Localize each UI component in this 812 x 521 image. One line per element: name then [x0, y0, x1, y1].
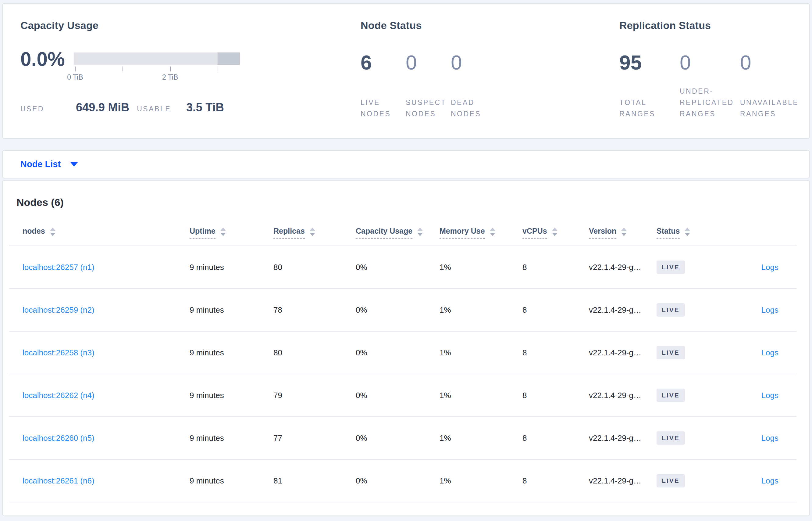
uptime-cell: 9 minutes: [190, 348, 273, 358]
table-row: localhost:26261 (n6) 9 minutes 81 0% 1% …: [9, 460, 797, 502]
uptime-cell: 9 minutes: [190, 433, 273, 443]
axis-tick-label: 2 TiB: [162, 73, 178, 82]
sort-icon: [552, 228, 557, 236]
usable-value: 3.5 TiB: [186, 101, 224, 114]
capacity-cell: 0%: [356, 305, 439, 315]
logs-link[interactable]: Logs: [761, 305, 797, 315]
column-header-nodes[interactable]: nodes: [23, 226, 55, 239]
node-link[interactable]: localhost:26259 (n2): [23, 305, 190, 315]
capacity-cell: 0%: [356, 391, 439, 400]
nodes-table-title: Nodes (6): [17, 196, 809, 209]
capacity-usage-title: Capacity Usage: [20, 19, 361, 32]
table-row: localhost:26259 (n2) 9 minutes 78 0% 1% …: [9, 289, 797, 332]
unavailable-ranges-metric: 0 UNAVAILABLE RANGES: [740, 52, 801, 119]
column-header-vcpus[interactable]: vCPUs: [522, 226, 557, 239]
node-link[interactable]: localhost:26262 (n4): [23, 391, 190, 400]
column-header-capacity-usage[interactable]: Capacity Usage: [356, 226, 423, 239]
status-cell: LIVE: [656, 260, 730, 274]
axis-tick: [218, 67, 218, 71]
table-row: localhost:26257 (n1) 9 minutes 80 0% 1% …: [9, 246, 797, 289]
sort-icon: [310, 228, 315, 236]
live-nodes-label: LIVE NODES: [361, 97, 400, 119]
memory-cell: 1%: [439, 305, 522, 315]
version-cell: v22.1.4-29-g…: [589, 263, 656, 272]
nodes-table-card: Nodes (6) nodes Uptime Replicas Capacity…: [2, 180, 810, 516]
version-cell: v22.1.4-29-g…: [589, 348, 656, 358]
unavailable-ranges-value: 0: [740, 52, 801, 73]
replication-status-title: Replication Status: [619, 19, 801, 32]
sort-icon: [621, 228, 627, 236]
axis-tick: [122, 67, 123, 71]
total-ranges-value: 95: [619, 52, 680, 73]
node-status-section: Node Status 6 LIVE NODES 0 SUSPECT NODES…: [361, 19, 619, 138]
node-link[interactable]: localhost:26261 (n6): [23, 476, 190, 485]
column-header-uptime[interactable]: Uptime: [190, 226, 226, 239]
dead-nodes-metric: 0 DEAD NODES: [451, 52, 496, 119]
vcpus-cell: 8: [522, 433, 589, 443]
replicas-cell: 78: [273, 305, 356, 315]
replicas-cell: 77: [273, 433, 356, 443]
status-cell: LIVE: [656, 303, 730, 317]
table-row: localhost:26260 (n5) 9 minutes 77 0% 1% …: [9, 417, 797, 460]
status-cell: LIVE: [656, 474, 730, 488]
memory-cell: 1%: [439, 433, 522, 443]
live-nodes-value: 6: [361, 52, 406, 73]
logs-link[interactable]: Logs: [761, 263, 797, 272]
node-list-dropdown-label: Node List: [20, 159, 61, 169]
view-selector-bar: Node List: [2, 150, 810, 178]
logs-link[interactable]: Logs: [761, 433, 797, 443]
memory-cell: 1%: [439, 476, 522, 485]
vcpus-cell: 8: [522, 263, 589, 272]
logs-link[interactable]: Logs: [761, 348, 797, 358]
axis-tick-label: 0 TiB: [67, 73, 83, 82]
uptime-cell: 9 minutes: [190, 263, 273, 272]
vcpus-cell: 8: [522, 348, 589, 358]
status-cell: LIVE: [656, 346, 730, 359]
memory-cell: 1%: [439, 391, 522, 400]
node-link[interactable]: localhost:26260 (n5): [23, 433, 190, 443]
sort-icon: [685, 228, 690, 236]
capacity-bar-chart: 0 TiB 2 TiB: [74, 52, 240, 82]
vcpus-cell: 8: [522, 391, 589, 400]
status-badge: LIVE: [656, 260, 685, 274]
version-cell: v22.1.4-29-g…: [589, 476, 656, 485]
sort-icon: [490, 228, 495, 236]
sort-icon: [220, 228, 226, 236]
total-ranges-label: TOTAL RANGES: [619, 97, 674, 119]
suspect-nodes-value: 0: [406, 52, 451, 73]
version-cell: v22.1.4-29-g…: [589, 391, 656, 400]
table-row: localhost:26262 (n4) 9 minutes 79 0% 1% …: [9, 374, 797, 417]
column-header-version[interactable]: Version: [589, 226, 627, 239]
replicas-cell: 80: [273, 263, 356, 272]
logs-link[interactable]: Logs: [761, 476, 797, 485]
column-header-memory-use[interactable]: Memory Use: [439, 226, 495, 239]
uptime-cell: 9 minutes: [190, 305, 273, 315]
replication-status-section: Replication Status 95 TOTAL RANGES 0 UND…: [619, 19, 801, 138]
logs-link[interactable]: Logs: [761, 391, 797, 400]
capacity-usage-section: Capacity Usage 0.0% 0 TiB 2 TiB: [20, 19, 361, 138]
capacity-bar-segment: [218, 52, 240, 65]
suspect-nodes-metric: 0 SUSPECT NODES: [406, 52, 451, 119]
node-status-title: Node Status: [361, 19, 619, 32]
status-cell: LIVE: [656, 389, 730, 402]
column-header-status[interactable]: Status: [656, 226, 690, 239]
node-link[interactable]: localhost:26258 (n3): [23, 348, 190, 358]
replicas-cell: 81: [273, 476, 356, 485]
suspect-nodes-label: SUSPECT NODES: [406, 97, 445, 119]
version-cell: v22.1.4-29-g…: [589, 433, 656, 443]
under-replicated-ranges-label: UNDER-REPLICATED RANGES: [680, 86, 734, 119]
usable-label: USABLE: [137, 105, 171, 113]
dead-nodes-label: DEAD NODES: [451, 97, 490, 119]
under-replicated-ranges-metric: 0 UNDER-REPLICATED RANGES: [680, 52, 740, 119]
vcpus-cell: 8: [522, 476, 589, 485]
version-cell: v22.1.4-29-g…: [589, 305, 656, 315]
memory-cell: 1%: [439, 263, 522, 272]
dead-nodes-value: 0: [451, 52, 496, 73]
node-list-dropdown[interactable]: Node List: [20, 159, 78, 169]
table-header-row: nodes Uptime Replicas Capacity Usage Mem…: [9, 209, 797, 246]
used-label: USED: [20, 105, 44, 113]
column-header-replicas[interactable]: Replicas: [273, 226, 315, 239]
node-link[interactable]: localhost:26257 (n1): [23, 263, 190, 272]
total-ranges-metric: 95 TOTAL RANGES: [619, 52, 680, 119]
capacity-cell: 0%: [356, 348, 439, 358]
